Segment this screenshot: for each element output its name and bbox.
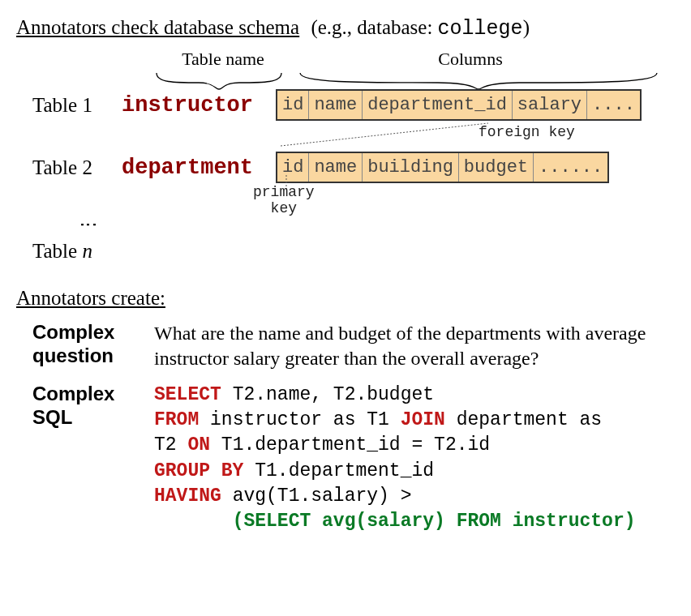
schema-heading: Annotators check database schema (16, 16, 299, 38)
vertical-dots-icon: ⋮ (78, 216, 99, 235)
col-cell: name (309, 153, 363, 182)
complex-sql-label: Complex SQL (32, 383, 154, 533)
complex-question-label: Complex question (32, 321, 154, 371)
complex-sql-row: Complex SQL SELECT T2.name, T2.budget FR… (32, 383, 675, 533)
col-cell: .... (587, 91, 640, 119)
col-cell: budget (459, 153, 534, 182)
col-cell: department_id (363, 91, 513, 119)
svg-line-0 (281, 123, 488, 146)
col-cell: salary (513, 91, 587, 119)
table-cols-1: id name department_id salary .... (276, 89, 642, 121)
col-cell: ...... (534, 153, 607, 182)
table-cols-2: id name building budget ...... (276, 152, 609, 183)
fk-dotted-line-icon (277, 120, 504, 148)
columns-label: Columns (397, 49, 543, 70)
table-n-label: Table n (32, 240, 675, 263)
sql-code: SELECT T2.name, T2.budget FROM instructo… (154, 383, 636, 533)
table-name-label: Table name (154, 49, 292, 70)
col-cell: name (309, 91, 363, 119)
create-heading: Annotators create: (16, 287, 675, 310)
example-text: (e.g., database: college) (311, 16, 530, 38)
table-name-2: department (122, 156, 276, 180)
col-cell: building (363, 153, 459, 182)
table-row-2: Table 2 department id name building budg… (32, 152, 675, 183)
table-label-2: Table 2 (32, 156, 122, 179)
table-row-1: Table 1 instructor id name department_id… (32, 89, 675, 121)
primary-key-label: primary key (253, 185, 315, 217)
table-name-1: instructor (122, 93, 276, 118)
brace-labels-row: Table name Columns (16, 49, 675, 89)
header-line: Annotators check database schema (e.g., … (16, 16, 675, 41)
question-text: What are the name and budget of the depa… (154, 321, 675, 371)
schema-area: Table 1 instructor id name department_id… (16, 89, 675, 235)
col-cell: id (277, 91, 309, 119)
complex-question-row: Complex question What are the name and b… (32, 321, 675, 371)
table-label-1: Table 1 (32, 94, 122, 117)
